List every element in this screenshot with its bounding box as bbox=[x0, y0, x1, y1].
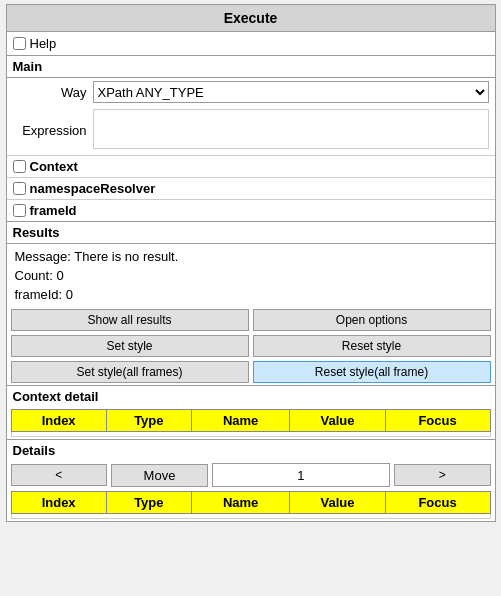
details-col-focus: Focus bbox=[385, 492, 490, 514]
result-frame-id: frameId: 0 bbox=[15, 285, 487, 304]
context-col-type: Type bbox=[106, 410, 191, 432]
namespace-resolver-checkbox[interactable] bbox=[13, 182, 26, 195]
details-table: Index Type Name Value Focus bbox=[11, 491, 491, 519]
expression-control bbox=[93, 109, 489, 152]
context-col-value: Value bbox=[290, 410, 385, 432]
frame-id-label: frameId bbox=[30, 203, 77, 218]
help-row: Help bbox=[7, 32, 495, 55]
details-col-index: Index bbox=[11, 492, 106, 514]
expression-label: Expression bbox=[13, 123, 93, 138]
panel-title: Execute bbox=[7, 5, 495, 32]
details-col-name: Name bbox=[191, 492, 289, 514]
set-style-all-button[interactable]: Set style(all frames) bbox=[11, 361, 249, 383]
execute-panel: Execute Help Main Way XPath ANY_TYPE XPa… bbox=[6, 4, 496, 522]
open-options-button[interactable]: Open options bbox=[253, 309, 491, 331]
context-checkbox[interactable] bbox=[13, 160, 26, 173]
move-label: Move bbox=[111, 464, 208, 487]
expression-row: Expression bbox=[7, 106, 495, 155]
context-detail-header: Context detail bbox=[7, 385, 495, 407]
context-detail-table: Index Type Name Value Focus bbox=[11, 409, 491, 437]
details-cell-empty bbox=[11, 514, 490, 519]
details-table-header-row: Index Type Name Value Focus bbox=[11, 492, 490, 514]
results-section-header: Results bbox=[7, 221, 495, 244]
context-label: Context bbox=[30, 159, 78, 174]
details-col-value: Value bbox=[290, 492, 385, 514]
context-col-focus: Focus bbox=[385, 410, 490, 432]
button-row-1: Show all results Open options bbox=[7, 307, 495, 333]
details-table-container: Index Type Name Value Focus bbox=[7, 489, 495, 521]
frame-id-checkbox[interactable] bbox=[13, 204, 26, 217]
context-col-name: Name bbox=[191, 410, 289, 432]
frame-id-row: frameId bbox=[7, 199, 495, 221]
way-control: XPath ANY_TYPE XPath NUMBER_TYPE XPath S… bbox=[93, 81, 489, 103]
result-message: Message: There is no result. bbox=[15, 247, 487, 266]
button-row-2: Set style Reset style bbox=[7, 333, 495, 359]
context-detail-table-container: Index Type Name Value Focus bbox=[7, 407, 495, 439]
way-row: Way XPath ANY_TYPE XPath NUMBER_TYPE XPa… bbox=[7, 78, 495, 106]
details-col-type: Type bbox=[106, 492, 191, 514]
way-select[interactable]: XPath ANY_TYPE XPath NUMBER_TYPE XPath S… bbox=[93, 81, 489, 103]
next-button[interactable]: > bbox=[394, 464, 491, 486]
prev-button[interactable]: < bbox=[11, 464, 108, 486]
show-all-results-button[interactable]: Show all results bbox=[11, 309, 249, 331]
reset-style-button[interactable]: Reset style bbox=[253, 335, 491, 357]
context-table-empty-row bbox=[11, 432, 490, 437]
context-row: Context bbox=[7, 155, 495, 177]
context-cell-empty bbox=[11, 432, 490, 437]
expression-input[interactable] bbox=[93, 109, 489, 149]
set-style-button[interactable]: Set style bbox=[11, 335, 249, 357]
context-col-index: Index bbox=[11, 410, 106, 432]
way-label: Way bbox=[13, 85, 93, 100]
reset-style-all-button[interactable]: Reset style(all frame) bbox=[253, 361, 491, 383]
help-checkbox[interactable] bbox=[13, 37, 26, 50]
main-section-header: Main bbox=[7, 55, 495, 78]
help-label: Help bbox=[30, 36, 57, 51]
namespace-resolver-row: namespaceResolver bbox=[7, 177, 495, 199]
details-section-header: Details bbox=[7, 439, 495, 461]
button-row-3: Set style(all frames) Reset style(all fr… bbox=[7, 359, 495, 385]
move-row: < Move > bbox=[7, 461, 495, 489]
result-count: Count: 0 bbox=[15, 266, 487, 285]
move-input[interactable] bbox=[212, 463, 390, 487]
context-table-header-row: Index Type Name Value Focus bbox=[11, 410, 490, 432]
namespace-resolver-label: namespaceResolver bbox=[30, 181, 156, 196]
results-section: Message: There is no result. Count: 0 fr… bbox=[7, 244, 495, 307]
details-table-empty-row bbox=[11, 514, 490, 519]
